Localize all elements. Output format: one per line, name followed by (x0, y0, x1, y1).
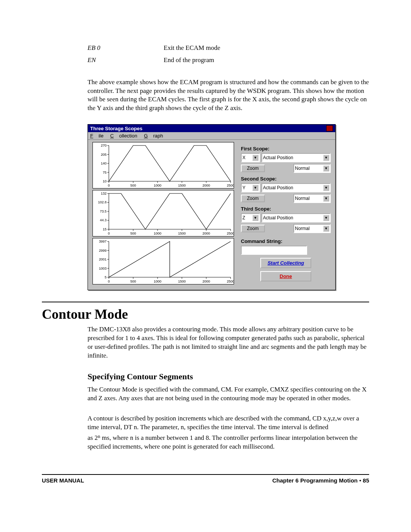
mode-select[interactable]: Normal ▼ (293, 164, 331, 173)
svg-text:1500: 1500 (178, 232, 186, 235)
svg-text:1000: 1000 (154, 232, 161, 235)
footer-left: USER MANUAL (42, 477, 84, 484)
wsdk-titlebar: Three Storage Scopes (88, 125, 335, 132)
chevron-down-icon: ▼ (252, 215, 258, 221)
svg-text:2000: 2000 (202, 232, 210, 235)
scope-label: Second Scope: (241, 176, 331, 182)
svg-text:75: 75 (103, 171, 107, 174)
mode-select[interactable]: Normal ▼ (293, 194, 331, 203)
window-control-icon[interactable] (326, 125, 333, 131)
svg-text:3997: 3997 (99, 240, 107, 243)
svg-text:2500: 2500 (227, 232, 234, 235)
page-footer: USER MANUAL Chapter 6 Programming Motion… (42, 477, 369, 484)
chevron-down-icon: ▼ (323, 225, 329, 232)
chart-y-axis: 1544.373.5102.813205001000150020002500 (92, 190, 234, 236)
svg-text:500: 500 (130, 280, 136, 283)
menu-graph[interactable]: Graph (144, 133, 163, 139)
svg-text:140: 140 (101, 161, 107, 165)
scope-label: First Scope: (241, 146, 331, 152)
svg-text:1003: 1003 (99, 267, 107, 270)
chart-z-axis: 5100320012999399705001000150020002500 (92, 238, 234, 284)
data-type-value: Actual Position (263, 185, 293, 190)
axis-select[interactable]: Y ▼ (241, 183, 260, 192)
command-string-input[interactable] (241, 246, 307, 255)
svg-text:1500: 1500 (178, 184, 186, 187)
menu-file[interactable]: File (90, 133, 104, 139)
desc-cell: Exit the ECAM mode (164, 42, 220, 54)
chevron-down-icon: ▼ (323, 165, 329, 171)
cmd-cell: EB 0 (88, 42, 164, 54)
axis-select[interactable]: X ▼ (241, 153, 260, 162)
data-type-value: Actual Position (263, 155, 293, 160)
chevron-down-icon: ▼ (323, 155, 329, 161)
svg-text:10: 10 (103, 179, 107, 183)
chevron-down-icon: ▼ (252, 155, 258, 161)
svg-text:2999: 2999 (99, 249, 107, 252)
mode-value: Normal (295, 226, 310, 231)
contour-overview-paragraph: The DMC-13X8 also provides a contouring … (88, 325, 369, 360)
zoom-button[interactable]: Zoom (241, 165, 265, 172)
svg-text:500: 500 (130, 184, 136, 187)
wsdk-title: Three Storage Scopes (90, 126, 142, 131)
svg-text:500: 500 (130, 232, 136, 235)
chevron-down-icon: ▼ (323, 195, 329, 201)
data-type-select[interactable]: Actual Position ▼ (261, 153, 331, 162)
data-type-select[interactable]: Actual Position ▼ (261, 183, 331, 192)
svg-text:2000: 2000 (202, 184, 210, 187)
chart-x-axis: 107514020527005001000150020002500 (92, 142, 234, 189)
svg-text:102.8: 102.8 (98, 201, 107, 204)
ecam-intro-paragraph: The above example shows how the ECAM pro… (88, 78, 369, 113)
svg-text:0: 0 (108, 280, 110, 283)
subheading-specifying-contour-segments: Specifying Contour Segments (88, 372, 369, 382)
svg-text:1000: 1000 (154, 280, 161, 283)
chevron-down-icon: ▼ (323, 215, 329, 221)
section-heading-contour-mode: Contour Mode (42, 306, 369, 322)
wsdk-menubar: File Collection Graph (88, 132, 335, 140)
wsdk-side-panel: First Scope: X ▼ Actual Position ▼ Zoom (241, 142, 331, 284)
svg-text:2500: 2500 (227, 280, 234, 283)
svg-text:5: 5 (105, 275, 107, 279)
mode-value: Normal (295, 196, 310, 201)
svg-text:0: 0 (108, 184, 110, 187)
start-collecting-button[interactable]: Start Collecting (260, 258, 311, 268)
axis-select[interactable]: Z ▼ (241, 213, 260, 222)
data-type-select[interactable]: Actual Position ▼ (261, 213, 331, 222)
svg-text:2000: 2000 (202, 280, 210, 283)
mode-value: Normal (295, 166, 310, 171)
chevron-down-icon: ▼ (252, 185, 258, 191)
axis-select-value: Z (242, 215, 245, 220)
desc-cell: End of the program (164, 54, 214, 66)
contour-cm-paragraph: The Contour Mode is specified with the c… (88, 385, 369, 403)
footer-divider (42, 474, 369, 475)
scope-label: Third Scope: (241, 206, 331, 212)
done-button[interactable]: Done (260, 271, 311, 281)
svg-text:15: 15 (103, 227, 107, 231)
contour-cd-paragraph: A contour is described by position incre… (88, 414, 369, 432)
svg-text:0: 0 (108, 232, 110, 235)
cmd-cell: EN (88, 54, 164, 66)
zoom-button[interactable]: Zoom (241, 195, 265, 202)
command-string-label: Command String: (241, 238, 331, 244)
svg-text:132: 132 (101, 192, 107, 195)
zoom-button[interactable]: Zoom (241, 225, 265, 232)
table-row: EB 0 Exit the ECAM mode (88, 42, 369, 54)
svg-text:73.5: 73.5 (100, 209, 107, 213)
svg-text:2500: 2500 (227, 184, 234, 187)
svg-text:205: 205 (101, 153, 107, 157)
menu-collection[interactable]: Collection (110, 133, 137, 139)
svg-text:2001: 2001 (99, 257, 107, 261)
svg-text:1500: 1500 (178, 280, 186, 283)
wsdk-window: Three Storage Scopes File Collection Gra… (88, 124, 336, 290)
data-type-value: Actual Position (263, 215, 293, 220)
chevron-down-icon: ▼ (323, 185, 329, 191)
svg-text:1000: 1000 (154, 184, 161, 187)
svg-text:44.3: 44.3 (100, 219, 107, 222)
section-divider (42, 302, 369, 302)
wsdk-charts-column: 107514020527005001000150020002500 1544.3… (92, 142, 234, 284)
ecam-command-table: EB 0 Exit the ECAM mode EN End of the pr… (88, 42, 369, 67)
mode-select[interactable]: Normal ▼ (293, 224, 331, 233)
contour-interval-paragraph: as 2n ms, where n is a number between 1 … (88, 433, 369, 451)
footer-right: Chapter 6 Programming Motion • 85 (272, 477, 369, 484)
axis-select-value: X (242, 155, 245, 160)
svg-text:270: 270 (101, 144, 107, 147)
